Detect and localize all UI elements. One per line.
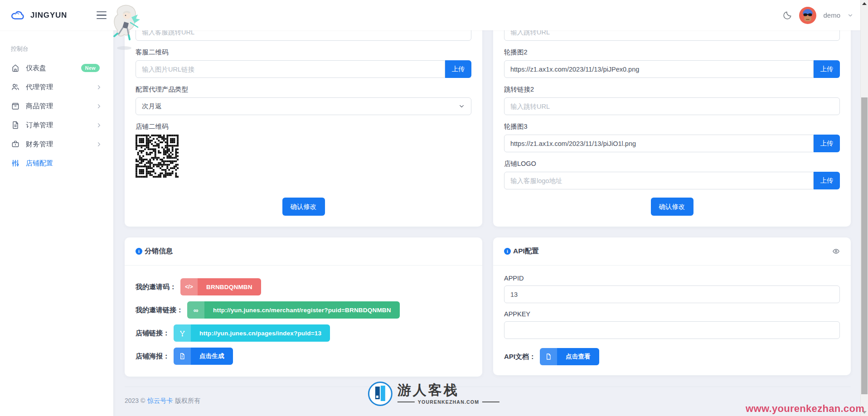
shop-config-form-right: 轮播图2 上传 跳转链接2 轮播图3 上传 店铺LOGO 上传	[493, 12, 851, 227]
main-content: 客服二维码 上传 配置代理产品类型 次月返 店铺二维码 确认修改 i	[113, 30, 860, 415]
sidebar-item-label: 店铺配置	[26, 159, 53, 168]
upload-button[interactable]: 上传	[814, 60, 840, 78]
invite-link-badge[interactable]: ∞ http://yun.junes.cn/merchant/register?…	[187, 301, 400, 319]
new-badge: New	[81, 64, 100, 72]
sidebar-item-shop-config[interactable]: 店铺配置	[6, 154, 107, 173]
upload-button[interactable]: 上传	[814, 135, 840, 152]
invite-link-row: 我的邀请链接： ∞ http://yun.junes.cn/merchant/r…	[136, 301, 471, 319]
banner3-url-input[interactable]	[504, 135, 814, 152]
scrollbar-thumb[interactable]	[861, 97, 868, 394]
shop-config-form-left: 客服二维码 上传 配置代理产品类型 次月返 店铺二维码 确认修改	[125, 12, 482, 227]
app-header: JINGYUN demo	[0, 0, 868, 30]
invite-code-label: 我的邀请码：	[136, 283, 176, 291]
sidebar-item-label: 商品管理	[26, 102, 53, 111]
view-api-doc-badge[interactable]: 点击查看	[540, 348, 599, 365]
brand-logo[interactable]: JINGYUN	[9, 0, 67, 30]
branch-icon	[174, 324, 191, 342]
chevron-down-icon[interactable]	[847, 12, 853, 19]
eye-icon[interactable]	[832, 247, 840, 255]
sidebar-item-agents[interactable]: 代理管理	[6, 77, 107, 97]
footer-brand-link[interactable]: 惊云号卡	[147, 397, 173, 405]
sidebar-item-orders[interactable]: 订单管理	[6, 116, 107, 135]
box-icon	[11, 102, 20, 111]
shop-link-row: 店铺链接： http://yun.junes.cn/pages/index?pu…	[136, 324, 471, 342]
sidebar-item-label: 财务管理	[26, 140, 53, 149]
scroll-up-arrow-icon[interactable]	[862, 2, 867, 5]
sidebar-item-label: 代理管理	[26, 83, 53, 92]
appkey-input[interactable]	[504, 321, 840, 339]
invite-code-badge[interactable]: </> BRNBDQNMBN	[180, 278, 261, 295]
kefu-qr-label: 客服二维码	[136, 48, 471, 57]
file-icon	[540, 348, 557, 365]
api-doc-label: API文档：	[504, 353, 536, 361]
shop-logo-label: 店铺LOGO	[504, 160, 840, 168]
confirm-button[interactable]: 确认修改	[651, 198, 693, 216]
distribution-title: 分销信息	[145, 247, 173, 256]
invite-link-label: 我的邀请链接：	[136, 306, 183, 314]
sidebar-item-label: 订单管理	[26, 121, 53, 130]
file-icon	[11, 121, 20, 130]
sidebar-item-finance[interactable]: 财务管理	[6, 135, 107, 154]
copyright-text: 2023 © 惊云号卡 版权所有	[125, 397, 200, 405]
sliders-icon	[11, 159, 20, 168]
api-config-card: i API配置 APPID APPKEY API文档：	[493, 237, 851, 375]
upload-button[interactable]: 上传	[814, 172, 840, 189]
users-icon	[11, 82, 20, 92]
shop-logo-input[interactable]	[504, 172, 814, 189]
user-avatar[interactable]	[799, 7, 816, 24]
brand-name: JINGYUN	[30, 11, 67, 20]
watermark-domain: YOURENKEZHAN.COM	[418, 399, 479, 405]
sidebar: 控制台 仪表盘 New 代理管理 商品管理 订单管理 财务管理	[0, 30, 113, 416]
invite-code-row: 我的邀请码： </> BRNBDQNMBN	[136, 278, 471, 295]
briefcase-icon	[11, 140, 20, 149]
page-footer: 2023 © 惊云号卡 版权所有 游人客栈 YOURENKEZHAN.COM	[125, 387, 851, 415]
shop-qr-code	[136, 135, 179, 178]
chevron-down-icon	[458, 103, 465, 110]
banner3-label: 轮播图3	[504, 122, 840, 131]
sidebar-item-dashboard[interactable]: 仪表盘 New	[6, 58, 107, 77]
watermark-circle-icon	[368, 382, 393, 406]
upload-button[interactable]: 上传	[445, 60, 471, 78]
file-plus-icon	[174, 348, 191, 365]
sidebar-section-label: 控制台	[0, 30, 113, 58]
shop-poster-row: 店铺海报： 点击生成	[136, 348, 471, 365]
api-doc-row: API文档： 点击查看	[504, 348, 840, 365]
shop-link-label: 店铺链接：	[136, 329, 170, 338]
api-config-title: API配置	[513, 247, 539, 256]
cloud-logo-icon	[9, 10, 26, 21]
watermark-title: 游人客栈	[398, 382, 459, 397]
product-type-select[interactable]: 次月返	[136, 97, 471, 115]
chevron-right-icon	[96, 141, 102, 148]
info-icon: i	[504, 248, 511, 255]
generate-poster-badge[interactable]: 点击生成	[174, 348, 233, 365]
chevron-right-icon	[96, 122, 102, 129]
appid-input[interactable]	[504, 285, 840, 303]
user-name[interactable]: demo	[823, 11, 840, 19]
confirm-button[interactable]: 确认修改	[282, 198, 325, 216]
site-url-overlay: www.yourenkezhan.com	[746, 403, 864, 415]
appid-label: APPID	[504, 275, 840, 282]
home-icon	[11, 63, 20, 73]
code-icon: </>	[180, 278, 198, 295]
vertical-scrollbar[interactable]	[860, 0, 868, 416]
appkey-label: APPKEY	[504, 310, 840, 318]
kefu-qr-url-input[interactable]	[136, 60, 445, 78]
dark-mode-moon-icon[interactable]	[782, 10, 792, 20]
chevron-right-icon	[96, 103, 102, 110]
shop-poster-label: 店铺海报：	[136, 352, 170, 361]
sidebar-item-products[interactable]: 商品管理	[6, 97, 107, 116]
info-icon: i	[136, 248, 142, 255]
link-icon: ∞	[187, 301, 204, 319]
product-type-label: 配置代理产品类型	[136, 85, 471, 94]
shop-qr-label: 店铺二维码	[136, 122, 471, 131]
menu-toggle-icon[interactable]	[97, 11, 107, 19]
distribution-card: i 分销信息 我的邀请码： </> BRNBDQNMBN 我的邀请链接：	[125, 237, 482, 377]
jump2-label: 跳转链接2	[504, 85, 840, 94]
chevron-right-icon	[96, 84, 102, 91]
banner2-label: 轮播图2	[504, 48, 840, 57]
banner2-url-input[interactable]	[504, 60, 814, 78]
sidebar-item-label: 仪表盘	[26, 64, 46, 73]
jump2-url-input[interactable]	[504, 97, 840, 115]
shop-link-badge[interactable]: http://yun.junes.cn/pages/index?puld=13	[174, 324, 330, 342]
watermark-logo: 游人客栈 YOURENKEZHAN.COM	[368, 382, 499, 406]
